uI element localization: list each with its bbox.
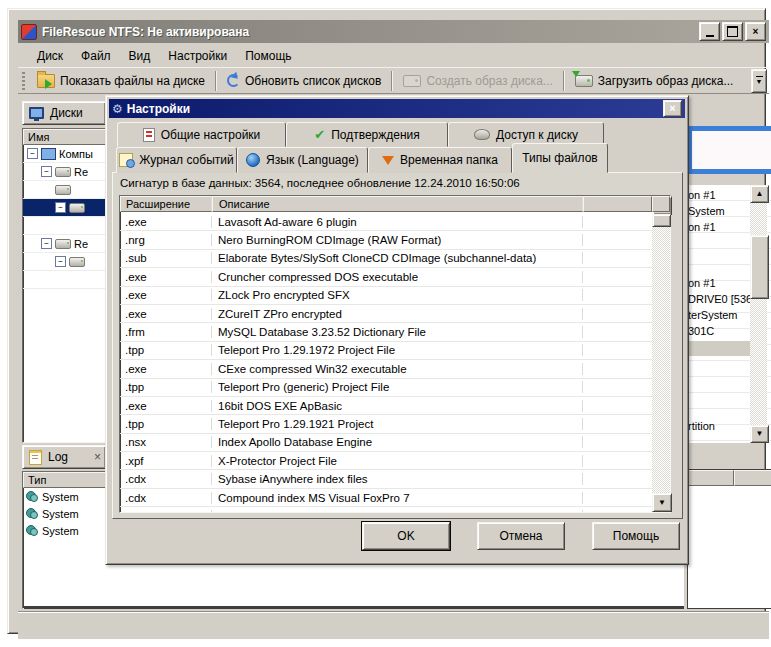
toolbar-separator (563, 71, 565, 91)
drive-icon (69, 203, 85, 213)
folder-arrow-icon (37, 74, 55, 88)
file-type-row[interactable]: .cdxCompound index MS Visual FoxPro 7 (120, 489, 652, 507)
refresh-disks-button[interactable]: Обновить список дисков (220, 71, 388, 91)
desktop: FileRescue NTFS: Не активирована × ДискФ… (0, 0, 771, 647)
file-type-row[interactable]: .subElaborate Bytes/SlySoft CloneCD CDIm… (120, 250, 652, 268)
window-title: FileRescue NTFS: Не активирована (42, 25, 249, 39)
file-type-extension: .sub (120, 252, 212, 264)
maximize-button[interactable] (722, 22, 743, 41)
tab-confirmations[interactable]: ✔ Подтверждения (286, 122, 448, 147)
file-type-extension: .exe (120, 271, 212, 283)
file-type-row[interactable]: .cdxSybase iAnywhere index files (120, 470, 652, 488)
refresh-icon (227, 74, 240, 87)
tree-node-label: Re (74, 166, 88, 178)
file-type-row[interactable]: .exeCruncher compressed DOS executable (120, 268, 652, 286)
files-column-header[interactable] (734, 470, 771, 486)
file-type-row[interactable]: .xpfX-Protector Project File (120, 452, 652, 470)
log-close-icon[interactable]: × (94, 450, 101, 464)
disk-image-icon (403, 75, 421, 87)
scroll-down-icon[interactable]: ▼ (652, 493, 672, 512)
title-bar[interactable]: FileRescue NTFS: Не активирована × (18, 20, 769, 43)
column-header-description[interactable]: Описание (212, 196, 583, 212)
drive-icon (55, 185, 71, 195)
file-type-description: Compound index MS Visual FoxPro 7 (212, 492, 583, 504)
log-row-label: System (42, 525, 79, 537)
ok-button[interactable]: OK (362, 522, 450, 550)
log-doc-icon (29, 450, 42, 465)
tree-row[interactable]: − (23, 199, 109, 217)
file-type-description: Sybase iAnywhere index files (212, 473, 583, 485)
close-button[interactable]: × (745, 22, 766, 41)
log-row[interactable]: System (23, 522, 109, 539)
show-files-button[interactable]: Показать файлы на диске (30, 71, 212, 91)
scroll-up-icon[interactable]: ▲ (750, 185, 769, 203)
tree-row[interactable]: − (23, 253, 109, 271)
file-type-row[interactable]: .exeLavasoft Ad-aware 6 plugin (120, 213, 652, 231)
toolbar: Показать файлы на диске Обновить список … (18, 67, 769, 94)
scroll-down-icon[interactable]: ▼ (750, 425, 769, 443)
menu-item-4[interactable]: Помощь (236, 47, 300, 65)
dialog-title: Настройки (127, 102, 190, 116)
tree-expander-icon[interactable]: − (41, 238, 52, 249)
scroll-thumb[interactable] (750, 235, 769, 299)
log-row[interactable]: System (23, 505, 109, 522)
green-check-icon: ✔ (314, 128, 325, 141)
file-type-row[interactable]: .exeCExe compressed Win32 executable (120, 360, 652, 378)
tree-expander-icon[interactable]: − (55, 256, 66, 267)
toolbar-overflow-button[interactable]: ▼ (751, 69, 767, 93)
disks-tab-button[interactable]: Диски (22, 101, 106, 125)
file-type-row[interactable]: .tppTeleport Pro 1.29.1921 Project (120, 415, 652, 433)
tree-expander-icon[interactable]: − (27, 148, 38, 159)
tab-event-log[interactable]: Журнал событий (116, 147, 237, 173)
file-type-row[interactable]: .isoISO CDImage - universal format e.g. … (120, 507, 652, 512)
toolbar-separator (391, 71, 393, 91)
menu-item-2[interactable]: Вид (120, 47, 160, 65)
files-column-header[interactable] (688, 470, 734, 486)
menu-item-0[interactable]: Диск (28, 47, 72, 65)
file-type-row[interactable]: .exeZLock Pro encrypted SFX (120, 287, 652, 305)
log-column-header[interactable]: Тип (23, 472, 109, 488)
file-type-description: Nero BurningROM CDImage (RAW Format) (212, 234, 583, 246)
tree-row[interactable] (23, 181, 109, 199)
cancel-button[interactable]: Отмена (477, 522, 565, 550)
file-type-row[interactable]: .tppTeleport Pro 1.29.1972 Project File (120, 342, 652, 360)
partition-list-scrollbar[interactable]: ▲ ▼ (750, 185, 767, 443)
log-row[interactable]: System (23, 488, 109, 505)
dialog-close-button[interactable]: × (663, 100, 682, 117)
system-bubble-icon (26, 491, 38, 502)
toolbar-grip[interactable] (22, 72, 25, 90)
dialog-title-bar[interactable]: ⚙ Настройки × (109, 99, 685, 118)
file-type-row[interactable]: .nrgNero BurningROM CDImage (RAW Format) (120, 231, 652, 249)
file-type-row[interactable]: .exeZCureIT ZPro encrypted (120, 305, 652, 323)
tab-temp-folder[interactable]: Временная папка (368, 147, 512, 173)
file-type-extension: .nsx (120, 436, 212, 448)
file-type-description: Teleport Pro (generic) Project File (212, 381, 583, 393)
tree-column-header[interactable]: Имя (23, 129, 109, 145)
log-tab-button[interactable]: Log × (22, 445, 106, 469)
tab-language[interactable]: Язык (Language) (237, 147, 368, 173)
file-type-description: Lavasoft Ad-aware 6 plugin (212, 216, 583, 228)
file-type-row[interactable]: .frmMySQL Database 3.23.52 Dictionary Fi… (120, 323, 652, 341)
scroll-thumb[interactable] (652, 214, 671, 227)
file-type-row[interactable]: .tppTeleport Pro (generic) Project File (120, 379, 652, 397)
file-type-extension: .iso (120, 510, 212, 512)
tree-expander-icon[interactable]: − (41, 166, 52, 177)
table-scrollbar[interactable]: ▲ ▼ (652, 196, 670, 512)
tree-row[interactable]: −Re (23, 163, 109, 181)
tab-general[interactable]: Общие настройки (117, 122, 286, 147)
checklist-icon (143, 128, 155, 142)
file-type-row[interactable]: .exe16bit DOS EXE ApBasic (120, 397, 652, 415)
menu-item-3[interactable]: Настройки (159, 47, 236, 65)
menu-item-1[interactable]: Файл (72, 47, 120, 65)
tree-row[interactable] (23, 271, 109, 289)
file-type-row[interactable]: .nsxIndex Apollo Database Engine (120, 434, 652, 452)
minimize-button[interactable] (699, 22, 720, 41)
load-image-button[interactable]: Загрузить образ диска... (568, 71, 741, 91)
tree-row[interactable]: −Re (23, 235, 109, 253)
tree-row[interactable]: −Компы (23, 145, 109, 163)
help-button[interactable]: Помощь (592, 522, 680, 550)
column-header-extension[interactable]: Расширение (120, 196, 212, 212)
tree-row[interactable] (23, 217, 109, 235)
tab-file-types[interactable]: Типы файлов (512, 143, 608, 173)
tree-expander-icon[interactable]: − (55, 202, 66, 213)
